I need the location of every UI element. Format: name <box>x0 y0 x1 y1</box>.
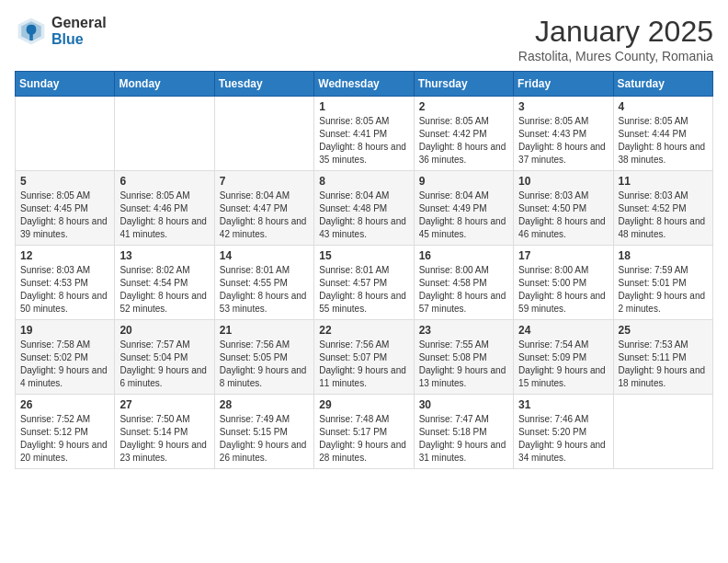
day-number: 28 <box>220 398 309 411</box>
calendar-cell: 4Sunrise: 8:05 AM Sunset: 4:44 PM Daylig… <box>613 97 712 171</box>
weekday-header-sunday: Sunday <box>16 72 115 97</box>
day-number: 15 <box>319 249 408 262</box>
calendar-table: SundayMondayTuesdayWednesdayThursdayFrid… <box>15 71 713 469</box>
title-block: January 2025 Rastolita, Mures County, Ro… <box>518 15 713 63</box>
day-info: Sunrise: 7:54 AM Sunset: 5:09 PM Dayligh… <box>518 339 608 390</box>
calendar-cell: 9Sunrise: 8:04 AM Sunset: 4:49 PM Daylig… <box>414 171 513 246</box>
day-info: Sunrise: 7:50 AM Sunset: 5:14 PM Dayligh… <box>119 413 209 465</box>
weekday-header-saturday: Saturday <box>613 72 712 97</box>
calendar-week-row: 19Sunrise: 7:58 AM Sunset: 5:02 PM Dayli… <box>16 320 713 395</box>
day-info: Sunrise: 8:04 AM Sunset: 4:47 PM Dayligh… <box>220 190 309 241</box>
calendar-cell: 5Sunrise: 8:05 AM Sunset: 4:45 PM Daylig… <box>16 171 115 246</box>
day-info: Sunrise: 7:52 AM Sunset: 5:12 PM Dayligh… <box>20 413 109 465</box>
day-number: 21 <box>220 324 309 337</box>
day-number: 27 <box>119 398 209 411</box>
calendar-cell: 2Sunrise: 8:05 AM Sunset: 4:42 PM Daylig… <box>414 97 513 171</box>
day-number: 1 <box>319 100 408 113</box>
day-number: 6 <box>119 175 209 188</box>
day-number: 14 <box>220 249 309 262</box>
day-info: Sunrise: 7:56 AM Sunset: 5:07 PM Dayligh… <box>319 339 408 390</box>
day-info: Sunrise: 8:02 AM Sunset: 4:54 PM Dayligh… <box>119 264 209 316</box>
logo-icon <box>15 15 48 48</box>
calendar-cell: 24Sunrise: 7:54 AM Sunset: 5:09 PM Dayli… <box>514 320 613 395</box>
day-number: 31 <box>518 398 608 411</box>
day-number: 23 <box>419 324 508 337</box>
calendar-cell: 23Sunrise: 7:55 AM Sunset: 5:08 PM Dayli… <box>414 320 513 395</box>
day-number: 17 <box>518 249 608 262</box>
logo-text: General Blue <box>51 15 107 47</box>
day-number: 30 <box>419 398 508 411</box>
calendar-cell <box>613 395 712 469</box>
calendar-cell: 15Sunrise: 8:01 AM Sunset: 4:57 PM Dayli… <box>314 246 414 320</box>
calendar-cell: 29Sunrise: 7:48 AM Sunset: 5:17 PM Dayli… <box>314 395 414 469</box>
day-info: Sunrise: 8:05 AM Sunset: 4:43 PM Dayligh… <box>518 115 608 167</box>
day-info: Sunrise: 7:46 AM Sunset: 5:20 PM Dayligh… <box>518 413 608 465</box>
day-number: 12 <box>20 249 109 262</box>
calendar-cell: 22Sunrise: 7:56 AM Sunset: 5:07 PM Dayli… <box>314 320 414 395</box>
logo-blue-text: Blue <box>51 31 107 48</box>
calendar-cell <box>214 97 313 171</box>
day-number: 3 <box>518 100 608 113</box>
calendar-cell: 26Sunrise: 7:52 AM Sunset: 5:12 PM Dayli… <box>16 395 115 469</box>
day-info: Sunrise: 8:00 AM Sunset: 4:58 PM Dayligh… <box>419 264 508 316</box>
calendar-week-row: 1Sunrise: 8:05 AM Sunset: 4:41 PM Daylig… <box>16 97 713 171</box>
day-number: 9 <box>419 175 508 188</box>
location-subtitle: Rastolita, Mures County, Romania <box>518 49 713 63</box>
day-number: 25 <box>619 324 708 337</box>
calendar-cell: 12Sunrise: 8:03 AM Sunset: 4:53 PM Dayli… <box>16 246 115 320</box>
calendar-cell: 19Sunrise: 7:58 AM Sunset: 5:02 PM Dayli… <box>16 320 115 395</box>
day-info: Sunrise: 7:48 AM Sunset: 5:17 PM Dayligh… <box>319 413 408 465</box>
calendar-cell: 18Sunrise: 7:59 AM Sunset: 5:01 PM Dayli… <box>613 246 712 320</box>
day-info: Sunrise: 8:05 AM Sunset: 4:46 PM Dayligh… <box>119 190 209 241</box>
day-info: Sunrise: 8:04 AM Sunset: 4:48 PM Dayligh… <box>319 190 408 241</box>
day-number: 10 <box>518 175 608 188</box>
day-number: 5 <box>20 175 109 188</box>
weekday-header-wednesday: Wednesday <box>314 72 414 97</box>
day-number: 16 <box>419 249 508 262</box>
day-number: 18 <box>619 249 708 262</box>
day-info: Sunrise: 7:55 AM Sunset: 5:08 PM Dayligh… <box>419 339 508 390</box>
day-number: 26 <box>20 398 109 411</box>
calendar-cell: 28Sunrise: 7:49 AM Sunset: 5:15 PM Dayli… <box>214 395 313 469</box>
logo-general-text: General <box>51 15 107 31</box>
calendar-cell: 21Sunrise: 7:56 AM Sunset: 5:05 PM Dayli… <box>214 320 313 395</box>
calendar-cell: 8Sunrise: 8:04 AM Sunset: 4:48 PM Daylig… <box>314 171 414 246</box>
day-info: Sunrise: 8:05 AM Sunset: 4:42 PM Dayligh… <box>419 115 508 167</box>
day-info: Sunrise: 8:00 AM Sunset: 5:00 PM Dayligh… <box>518 264 608 316</box>
logo: General Blue <box>15 15 107 48</box>
calendar-cell <box>16 97 115 171</box>
page-header: General Blue January 2025 Rastolita, Mur… <box>15 15 713 63</box>
svg-rect-2 <box>29 38 33 40</box>
calendar-cell: 7Sunrise: 8:04 AM Sunset: 4:47 PM Daylig… <box>214 171 313 246</box>
calendar-cell: 17Sunrise: 8:00 AM Sunset: 5:00 PM Dayli… <box>514 246 613 320</box>
calendar-cell <box>115 97 214 171</box>
weekday-header-thursday: Thursday <box>414 72 513 97</box>
day-info: Sunrise: 8:01 AM Sunset: 4:55 PM Dayligh… <box>220 264 309 316</box>
day-info: Sunrise: 7:56 AM Sunset: 5:05 PM Dayligh… <box>220 339 309 390</box>
day-info: Sunrise: 8:03 AM Sunset: 4:53 PM Dayligh… <box>20 264 109 316</box>
calendar-cell: 13Sunrise: 8:02 AM Sunset: 4:54 PM Dayli… <box>115 246 214 320</box>
day-number: 7 <box>220 175 309 188</box>
calendar-cell: 14Sunrise: 8:01 AM Sunset: 4:55 PM Dayli… <box>214 246 313 320</box>
calendar-cell: 3Sunrise: 8:05 AM Sunset: 4:43 PM Daylig… <box>514 97 613 171</box>
calendar-cell: 30Sunrise: 7:47 AM Sunset: 5:18 PM Dayli… <box>414 395 513 469</box>
weekday-header-monday: Monday <box>115 72 214 97</box>
day-info: Sunrise: 7:53 AM Sunset: 5:11 PM Dayligh… <box>619 339 708 390</box>
calendar-week-row: 26Sunrise: 7:52 AM Sunset: 5:12 PM Dayli… <box>16 395 713 469</box>
day-number: 13 <box>119 249 209 262</box>
day-info: Sunrise: 7:49 AM Sunset: 5:15 PM Dayligh… <box>220 413 309 465</box>
calendar-cell: 31Sunrise: 7:46 AM Sunset: 5:20 PM Dayli… <box>514 395 613 469</box>
day-info: Sunrise: 7:47 AM Sunset: 5:18 PM Dayligh… <box>419 413 508 465</box>
calendar-cell: 25Sunrise: 7:53 AM Sunset: 5:11 PM Dayli… <box>613 320 712 395</box>
day-info: Sunrise: 7:58 AM Sunset: 5:02 PM Dayligh… <box>20 339 109 390</box>
calendar-cell: 1Sunrise: 8:05 AM Sunset: 4:41 PM Daylig… <box>314 97 414 171</box>
calendar-week-row: 12Sunrise: 8:03 AM Sunset: 4:53 PM Dayli… <box>16 246 713 320</box>
weekday-header-tuesday: Tuesday <box>214 72 313 97</box>
day-info: Sunrise: 7:59 AM Sunset: 5:01 PM Dayligh… <box>619 264 708 316</box>
calendar-cell: 6Sunrise: 8:05 AM Sunset: 4:46 PM Daylig… <box>115 171 214 246</box>
day-number: 19 <box>20 324 109 337</box>
calendar-cell: 27Sunrise: 7:50 AM Sunset: 5:14 PM Dayli… <box>115 395 214 469</box>
day-number: 11 <box>619 175 708 188</box>
weekday-header-friday: Friday <box>514 72 613 97</box>
day-info: Sunrise: 8:01 AM Sunset: 4:57 PM Dayligh… <box>319 264 408 316</box>
